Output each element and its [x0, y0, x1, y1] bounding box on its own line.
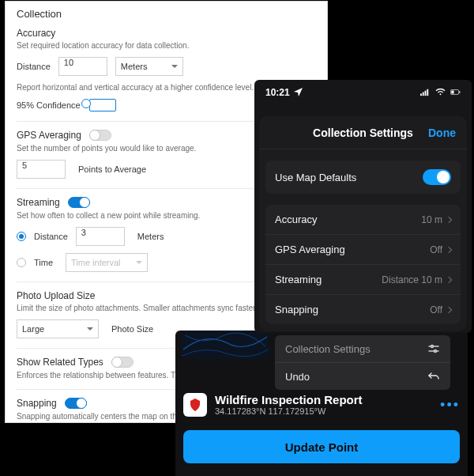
- confidence-label: 95% Confidence: [17, 100, 81, 110]
- streaming-distance-radio[interactable]: [17, 232, 26, 241]
- photo-size-value: Large: [22, 324, 44, 334]
- phone-settings-sheet: 10:21 Collection Settings Done Use Map D…: [254, 80, 472, 333]
- streaming-time-radio[interactable]: [17, 258, 26, 267]
- svg-rect-11: [459, 91, 460, 93]
- gps-label: GPS Averaging: [275, 244, 345, 255]
- gps-points-input[interactable]: 5: [17, 160, 66, 179]
- snapping-value: Off: [430, 304, 442, 315]
- streaming-value: Distance 10 m: [382, 274, 442, 285]
- chevron-right-icon: [446, 216, 452, 222]
- settings-row-accuracy[interactable]: Accuracy 10 m: [265, 205, 461, 234]
- accuracy-heading: Accuracy: [17, 28, 316, 39]
- streaming-time-select[interactable]: Time interval: [66, 253, 148, 272]
- feature-header: Wildfire Inspection Report 34.117283°N 1…: [183, 389, 460, 421]
- photo-size-select[interactable]: Large: [17, 319, 99, 338]
- accuracy-unit-value: Meters: [121, 62, 148, 71]
- streaming-heading: Streaming: [17, 197, 60, 208]
- sheet-header: Collection Settings Done: [259, 116, 467, 149]
- feature-coordinates: 34.117283°N 117.172915°W: [215, 406, 363, 416]
- snapping-label: Snapping: [275, 304, 318, 315]
- accuracy-distance-input[interactable]: 10: [58, 57, 107, 76]
- streaming-toggle[interactable]: [68, 197, 90, 208]
- panel-title: Collection: [17, 8, 316, 20]
- context-menu: Collection Settings Undo: [275, 335, 450, 390]
- snapping-heading: Snapping: [17, 398, 57, 409]
- accuracy-value: 10 m: [421, 214, 442, 225]
- cellular-icon: [420, 87, 431, 97]
- status-bar: 10:21: [254, 80, 472, 99]
- accuracy-label: Accuracy: [275, 213, 317, 225]
- settings-row-snapping[interactable]: Snapping Off: [265, 294, 461, 324]
- chevron-right-icon: [446, 306, 452, 312]
- use-map-defaults-toggle[interactable]: [423, 169, 451, 185]
- wifi-icon: [435, 87, 446, 97]
- streaming-time-placeholder: Time interval: [71, 258, 121, 267]
- photo-size-label: Photo Size: [111, 324, 153, 334]
- svg-rect-5: [420, 93, 422, 96]
- undo-icon: [427, 370, 440, 383]
- settings-row-gps-averaging[interactable]: GPS Averaging Off: [265, 234, 461, 264]
- context-menu-header: Collection Settings: [275, 335, 450, 362]
- context-menu-undo[interactable]: Undo: [275, 362, 450, 390]
- battery-icon: [450, 87, 461, 97]
- phone-feature-panel: Collection Settings Undo Wildfire Inspec…: [175, 331, 468, 476]
- feature-overflow-button[interactable]: •••: [440, 397, 460, 414]
- gps-value: Off: [430, 244, 442, 255]
- sliders-icon: [427, 342, 440, 355]
- chevron-down-icon: [171, 65, 178, 68]
- streaming-distance-input[interactable]: 3: [76, 227, 125, 246]
- use-map-defaults-label: Use Map Defaults: [275, 172, 356, 183]
- accuracy-unit-select[interactable]: Meters: [115, 57, 183, 76]
- feature-type-icon: [183, 393, 207, 417]
- accuracy-distance-label: Distance: [17, 62, 51, 71]
- use-map-defaults-row[interactable]: Use Map Defaults: [265, 161, 461, 194]
- status-time: 10:21: [265, 87, 290, 98]
- accuracy-description: Set required location accuracy for data …: [17, 41, 316, 50]
- chevron-down-icon: [136, 261, 142, 264]
- streaming-time-label: Time: [34, 258, 58, 267]
- streaming-label: Streaming: [275, 274, 322, 285]
- update-point-button[interactable]: Update Point: [183, 430, 460, 463]
- related-types-toggle[interactable]: [111, 357, 134, 368]
- related-types-heading: Show Related Types: [17, 357, 103, 368]
- context-menu-title: Collection Settings: [285, 343, 371, 355]
- settings-row-streaming[interactable]: Streaming Distance 10 m: [265, 264, 461, 294]
- confidence-toggle[interactable]: [89, 99, 116, 111]
- feature-title: Wildfire Inspection Report: [215, 394, 363, 407]
- gps-points-label: Points to Average: [78, 164, 146, 174]
- streaming-distance-label: Distance: [34, 232, 68, 241]
- snapping-toggle[interactable]: [65, 398, 87, 409]
- svg-rect-6: [423, 93, 424, 96]
- svg-rect-7: [425, 91, 427, 96]
- streaming-distance-unit: Meters: [137, 232, 164, 241]
- undo-label: Undo: [285, 371, 310, 383]
- done-button[interactable]: Done: [428, 127, 456, 139]
- gps-averaging-heading: GPS Averaging: [17, 130, 81, 141]
- gps-averaging-toggle[interactable]: [89, 130, 111, 141]
- map-thumbnail: [182, 331, 269, 359]
- svg-rect-12: [451, 91, 453, 94]
- chevron-right-icon: [446, 276, 452, 282]
- sheet-title: Collection Settings: [313, 127, 413, 139]
- location-arrow-icon: [293, 87, 303, 97]
- svg-rect-8: [427, 89, 428, 96]
- svg-point-9: [440, 93, 442, 95]
- chevron-right-icon: [446, 246, 452, 252]
- chevron-down-icon: [87, 327, 93, 331]
